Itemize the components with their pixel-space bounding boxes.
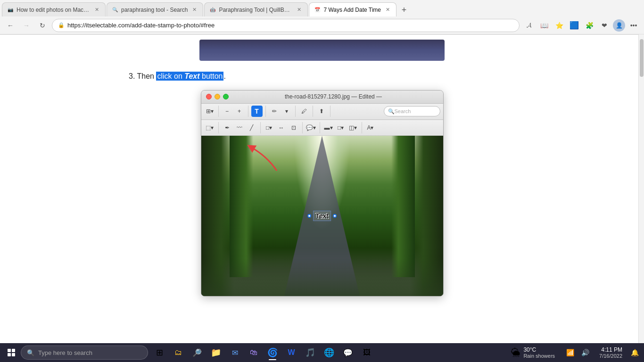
mac-zoom-in-button[interactable]: +	[234, 106, 245, 117]
tree-right-2	[391, 136, 415, 277]
mac-highlight-btn[interactable]: 〰	[234, 122, 245, 133]
taskbar-icon-file-explorer[interactable]: 📁	[207, 344, 224, 361]
mac-traffic-lights	[206, 94, 229, 99]
taskbar-icon-spotify[interactable]: 🎵	[302, 344, 319, 361]
profile-avatar[interactable]: 👤	[613, 19, 625, 32]
store-icon: 🛍	[250, 348, 257, 357]
mac-annotate-btn[interactable]: 💬▾	[305, 122, 317, 133]
mac-markup-color: ▬▾ □▾ ◫▾	[323, 122, 362, 133]
mac-search-box[interactable]: 🔍 Search	[384, 106, 440, 116]
mac-markup-select: ⬚▾	[204, 122, 219, 133]
widgets-icon: 🗂	[174, 348, 182, 357]
mac-share-button[interactable]: ⬆	[316, 106, 327, 117]
win-quad-3	[8, 353, 11, 356]
new-tab-button[interactable]: +	[397, 3, 411, 16]
mac-markup-draw: ✒ 〰 ╱	[222, 122, 261, 133]
tab-4[interactable]: 📅 7 Ways Add Date Time ✕	[309, 2, 396, 16]
scrollbar-thumb[interactable]	[640, 39, 644, 77]
tab-close-2[interactable]: ✕	[190, 6, 198, 14]
step-prefix: 3. Then	[129, 72, 156, 80]
mac-select-btn[interactable]: ⬚▾	[204, 122, 215, 133]
tab-title-4: 7 Ways Add Date Time	[323, 7, 381, 13]
mac-tool-group-share: ⬆	[316, 106, 330, 117]
windows-logo	[8, 349, 15, 356]
mac-border-btn[interactable]: □▾	[335, 122, 347, 133]
weather-widget[interactable]: 🌦 30°C Rain showers	[507, 344, 559, 361]
search-app-icon: 🔎	[192, 348, 202, 357]
taskbar-icon-widgets[interactable]: 🗂	[170, 344, 187, 361]
taskbar-icon-whatsapp[interactable]: 💬	[339, 344, 356, 361]
mail-icon: ✉	[232, 348, 238, 357]
mac-title-bar: the-road-815297.1280.jpg — Edited —	[201, 90, 443, 104]
search-icon: 🔍	[27, 349, 34, 356]
notification-center-button[interactable]: 🔔	[628, 346, 641, 359]
tab-3[interactable]: 🤖 Paraphrasing Tool | QuillBot AI ✕	[204, 2, 308, 16]
taskbar-icon-taskview[interactable]: ⊞	[151, 344, 168, 361]
network-icon[interactable]: 📶	[563, 346, 577, 359]
mac-toolbar-top: ⊞▾ − + T ✏ ▾ 🖊	[201, 104, 443, 120]
browser-chrome: 📷 How to edit photos on Mac 202... ✕ 🔍 p…	[0, 0, 644, 35]
tab-favicon-2: 🔍	[112, 7, 118, 13]
win-quad-4	[12, 353, 15, 356]
tab-title-2: paraphrasing tool - Search	[121, 7, 188, 13]
taskbar-icon-word[interactable]: W	[283, 344, 300, 361]
mac-text-button[interactable]: T	[251, 106, 263, 117]
taskbar-icon-chrome[interactable]: 🌐	[321, 344, 338, 361]
mac-pen-btn[interactable]: ✒	[222, 122, 233, 133]
mac-close-button[interactable]	[206, 94, 212, 99]
start-button[interactable]	[3, 344, 20, 361]
taskbar-icon-search[interactable]: 🔎	[189, 344, 206, 361]
mac-tool-group-edit: ✏ ▾	[269, 106, 296, 117]
win-quad-1	[8, 349, 11, 352]
back-button[interactable]: ←	[4, 19, 17, 32]
system-tray: 📶 🔊	[561, 346, 594, 359]
tree-left-2	[230, 136, 253, 277]
tab-1[interactable]: 📷 How to edit photos on Mac 202... ✕	[2, 2, 106, 16]
immersive-reader-button[interactable]: 📖	[537, 19, 551, 32]
mac-font-btn[interactable]: A▾	[365, 122, 376, 133]
mac-transform-btn[interactable]: ↔	[276, 122, 287, 133]
mac-shape-btn[interactable]: □▾	[264, 122, 275, 133]
mac-opacity-btn[interactable]: ◫▾	[347, 122, 359, 133]
tab-2[interactable]: 🔍 paraphrasing tool - Search ✕	[107, 2, 203, 16]
taskbar-icon-edge[interactable]: 🌀	[264, 344, 281, 361]
mac-minimize-button[interactable]	[215, 94, 220, 99]
collections-button[interactable]: ❤	[598, 19, 611, 32]
clock-widget[interactable]: 4:11 PM 7/16/2022	[596, 344, 625, 361]
taskbar-search[interactable]: 🔍 Type here to search	[21, 346, 148, 360]
weather-icon: 🌦	[511, 347, 520, 358]
refresh-button[interactable]: ↻	[36, 19, 49, 32]
mac-line-btn[interactable]: ╱	[246, 122, 257, 133]
add-to-favorites-button[interactable]: ⭐	[553, 19, 566, 32]
volume-icon[interactable]: 🔊	[578, 346, 592, 359]
mac-maximize-button[interactable]	[223, 94, 229, 99]
word-icon: W	[288, 348, 295, 357]
mac-stamp-button[interactable]: 🖊	[298, 106, 310, 117]
microsoft-button[interactable]: 🟦	[568, 19, 581, 32]
settings-more-button[interactable]: •••	[627, 19, 640, 32]
taskbar-icon-apps[interactable]: 🛍	[245, 344, 262, 361]
text-handle-right	[333, 214, 337, 218]
mac-pencil-dropdown[interactable]: ▾	[281, 106, 292, 117]
right-scrollbar[interactable]	[638, 34, 644, 343]
read-aloud-button[interactable]: 𝓐	[522, 19, 536, 32]
url-bar[interactable]: 🔒 https://itselectable.com/add-date-stam…	[52, 19, 520, 32]
mac-pencil-button[interactable]: ✏	[269, 106, 280, 117]
tab-close-3[interactable]: ✕	[295, 6, 303, 14]
taskbar-icon-mail[interactable]: ✉	[226, 344, 243, 361]
photos-icon: 🖼	[363, 348, 371, 357]
forward-button[interactable]: →	[20, 19, 33, 32]
mac-zoom-out-button[interactable]: −	[222, 106, 233, 117]
mac-markup-font: A▾	[365, 122, 379, 133]
forest-scene: Text	[201, 136, 443, 296]
tab-close-1[interactable]: ✕	[93, 6, 100, 14]
mac-color-btn[interactable]: ▬▾	[323, 122, 334, 133]
taskview-icon: ⊞	[156, 347, 163, 358]
mac-crop-btn[interactable]: ⊡	[288, 122, 299, 133]
taskbar: 🔍 Type here to search ⊞ 🗂 🔎 📁 ✉ 🛍 🌀 W 🎵	[0, 343, 644, 362]
spotify-icon: 🎵	[305, 347, 315, 358]
tab-close-4[interactable]: ✕	[384, 6, 391, 14]
extensions-button[interactable]: 🧩	[583, 19, 596, 32]
taskbar-icon-photos[interactable]: 🖼	[358, 344, 375, 361]
mac-view-button[interactable]: ⊞▾	[204, 106, 215, 117]
